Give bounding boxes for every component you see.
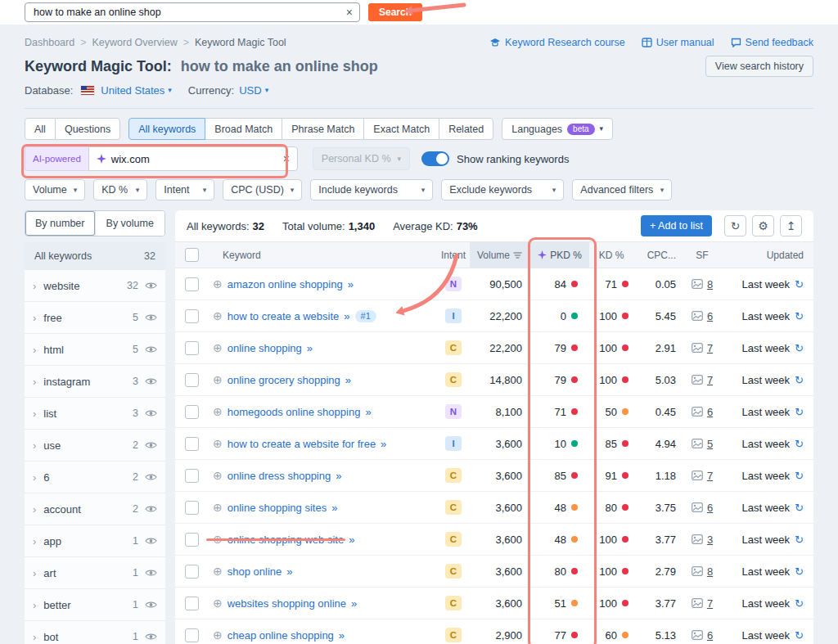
eye-icon[interactable] (145, 345, 157, 354)
expand-chevron-icon[interactable]: › (33, 503, 36, 516)
sidebar-group-item-6[interactable]: › 6 2 (25, 462, 165, 493)
filter-dropdown-kd[interactable]: KD %▾ (93, 179, 147, 200)
open-keyword-icon[interactable]: » (351, 597, 357, 610)
open-keyword-icon[interactable]: » (365, 406, 371, 418)
column-pkd[interactable]: PKD % (530, 242, 589, 268)
add-keyword-icon[interactable]: ⊕ (213, 534, 223, 545)
filter-dropdown-intent[interactable]: Intent▾ (155, 179, 214, 200)
row-checkbox[interactable] (185, 565, 199, 579)
sf-count[interactable]: 5 (707, 438, 713, 450)
sidebar-group-item-account[interactable]: › account 2 (25, 493, 165, 525)
match-tab-questions[interactable]: Questions (55, 118, 120, 140)
clear-ai-filter-icon[interactable]: × (283, 152, 290, 165)
keyword-link[interactable]: how to create a website for free (228, 438, 376, 450)
add-keyword-icon[interactable]: ⊕ (213, 597, 223, 609)
open-keyword-icon[interactable]: » (344, 310, 349, 322)
row-checkbox[interactable] (185, 373, 199, 387)
expand-chevron-icon[interactable]: › (33, 471, 36, 484)
filter-dropdown-exclude-keywords[interactable]: Exclude keywords▾ (441, 179, 564, 200)
eye-icon[interactable] (145, 537, 157, 545)
open-keyword-icon[interactable]: » (381, 438, 386, 450)
keyword-link[interactable]: online shopping sites (228, 502, 327, 514)
keyword-link[interactable]: online shopping web site (228, 534, 344, 546)
ai-domain-input[interactable]: wix.com × (88, 146, 298, 171)
expand-chevron-icon[interactable]: › (33, 439, 36, 452)
database-selector[interactable]: United States ▾ (101, 84, 172, 97)
expand-chevron-icon[interactable]: › (33, 376, 36, 388)
sf-count[interactable]: 7 (707, 597, 713, 610)
row-checkbox[interactable] (185, 469, 199, 483)
expand-chevron-icon[interactable]: › (33, 631, 36, 643)
expand-chevron-icon[interactable]: › (33, 567, 36, 579)
sf-count[interactable]: 6 (707, 406, 713, 418)
groups-header[interactable]: All keywords 32 (25, 242, 165, 270)
open-keyword-icon[interactable]: » (307, 342, 313, 354)
languages-dropdown[interactable]: Languages beta ▾ (502, 118, 613, 140)
expand-chevron-icon[interactable]: › (33, 280, 36, 292)
keyword-link[interactable]: shop online (228, 565, 282, 578)
eye-icon[interactable] (145, 409, 157, 417)
sidebar-group-item-free[interactable]: › free 5 (25, 302, 165, 334)
refresh-icon[interactable]: ↻ (795, 310, 804, 322)
column-kd[interactable]: KD % (589, 242, 633, 268)
row-checkbox[interactable] (185, 501, 199, 515)
add-keyword-icon[interactable]: ⊕ (213, 502, 223, 513)
column-cpc[interactable]: CPC... (633, 242, 679, 268)
column-sf[interactable]: SF (679, 242, 725, 268)
open-keyword-icon[interactable]: » (345, 374, 351, 386)
sf-count[interactable]: 7 (707, 342, 713, 354)
show-ranking-toggle[interactable] (421, 151, 449, 166)
sf-count[interactable]: 7 (707, 374, 713, 386)
keyword-link[interactable]: cheap online shopping (228, 629, 334, 642)
add-keyword-icon[interactable]: ⊕ (213, 565, 223, 577)
column-keyword[interactable]: Keyword (213, 242, 437, 268)
keyword-link[interactable]: online grocery shopping (228, 374, 340, 386)
breadcrumb-item-keyword-overview[interactable]: Keyword Overview (92, 37, 177, 48)
refresh-icon[interactable]: ↻ (795, 278, 804, 290)
add-keyword-icon[interactable]: ⊕ (213, 342, 223, 354)
keyword-link[interactable]: homegoods online shopping (228, 406, 361, 418)
sidebar-group-item-app[interactable]: › app 1 (25, 525, 165, 557)
clear-search-icon[interactable]: × (346, 7, 353, 18)
refresh-icon[interactable]: ↻ (795, 597, 804, 610)
keyword-link[interactable]: online shopping (228, 342, 302, 354)
column-volume[interactable]: Volume (470, 242, 530, 268)
sf-count[interactable]: 6 (707, 629, 713, 642)
row-checkbox[interactable] (185, 277, 199, 291)
column-intent[interactable]: Intent (437, 242, 470, 268)
breadcrumb-item-dashboard[interactable]: Dashboard (25, 37, 74, 48)
refresh-button[interactable]: ↻ (724, 215, 746, 236)
search-input[interactable] (32, 6, 346, 19)
add-keyword-icon[interactable]: ⊕ (213, 278, 223, 290)
filter-dropdown-cpc-usd[interactable]: CPC (USD)▾ (223, 179, 302, 200)
eye-icon[interactable] (145, 473, 157, 481)
sidebar-group-item-better[interactable]: › better 1 (25, 589, 165, 621)
row-checkbox[interactable] (185, 405, 199, 419)
sidebar-group-item-list[interactable]: › list 3 (25, 398, 165, 430)
filter-dropdown-advanced-filters[interactable]: Advanced filters▾ (572, 179, 672, 200)
open-keyword-icon[interactable]: » (331, 502, 337, 514)
export-button[interactable]: ↥ (780, 215, 802, 236)
match-tab-all-keywords[interactable]: All keywords (128, 118, 205, 140)
by-volume-tab[interactable]: By volume (95, 211, 165, 236)
eye-icon[interactable] (145, 505, 157, 513)
refresh-icon[interactable]: ↻ (795, 470, 804, 482)
add-keyword-icon[interactable]: ⊕ (213, 470, 223, 481)
sidebar-group-item-website[interactable]: › website 32 (25, 270, 165, 302)
expand-chevron-icon[interactable]: › (33, 535, 36, 547)
row-checkbox[interactable] (185, 533, 199, 547)
sf-count[interactable]: 8 (707, 565, 713, 578)
sidebar-group-item-bot[interactable]: › bot 1 (25, 621, 165, 644)
search-button[interactable]: Search (368, 3, 422, 21)
match-tab-phrase-match[interactable]: Phrase Match (282, 118, 364, 140)
expand-chevron-icon[interactable]: › (33, 599, 36, 611)
user-manual-link[interactable]: User manual (642, 37, 714, 48)
eye-icon[interactable] (145, 601, 157, 609)
row-checkbox[interactable] (185, 309, 199, 323)
keyword-link[interactable]: online dress shopping (228, 470, 331, 482)
match-tab-exact-match[interactable]: Exact Match (363, 118, 439, 140)
match-tab-related[interactable]: Related (439, 118, 493, 140)
eye-icon[interactable] (145, 633, 157, 641)
expand-chevron-icon[interactable]: › (33, 344, 36, 356)
filter-dropdown-volume[interactable]: Volume▾ (25, 179, 85, 200)
